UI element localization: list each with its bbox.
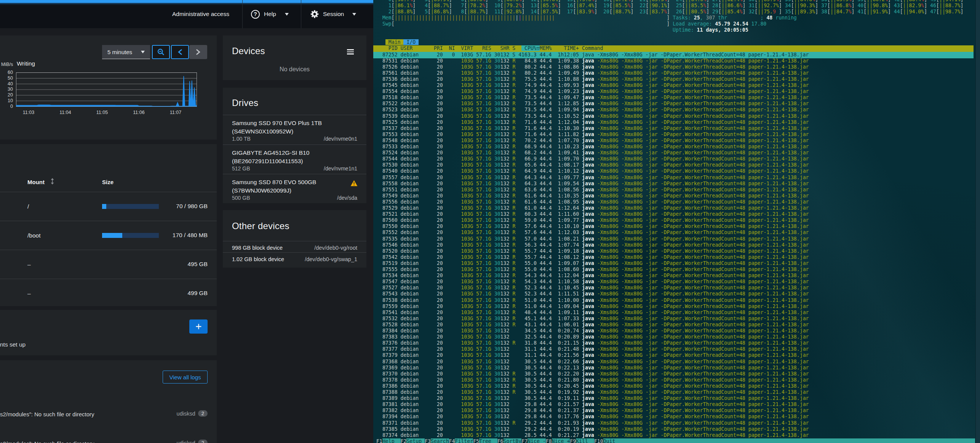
process-row[interactable]: 87535 debian 20 103G 57.1G 30132 R 57.0 … [376,236,809,242]
terminal-scrollbar[interactable] [975,0,980,443]
process-row[interactable]: 87551 debian 20 103G 57.1G 30132 R 63.6 … [376,187,809,193]
process-row[interactable]: 87559 debian 20 103G 57.1G 30132 R 51.0 … [376,303,809,310]
htop-tabs[interactable]: Main I/O [376,39,419,46]
process-row[interactable]: 87518 debian 20 103G 57.1G 30132 R 73.5 … [376,95,809,101]
process-row[interactable]: 87533 debian 20 103G 57.1G 30132 R 68.9 … [376,144,809,150]
process-row[interactable]: 87548 debian 20 103G 57.1G 30132 R 70.2 … [376,138,809,144]
process-row[interactable]: 87536 debian 20 103G 57.1G 30132 R 75.5 … [376,76,809,83]
drive-size: 1.00 TB [232,136,251,142]
process-row[interactable]: 87549 debian 20 103G 57.1G 30132 R 61.6 … [376,193,809,199]
help-menu[interactable]: ? Help [251,0,289,28]
zoom-out-button[interactable] [152,45,170,59]
process-row[interactable]: 87555 debian 20 103G 57.1G 30132 R 55.0 … [376,266,809,273]
y-tick-label: 30 [0,87,13,92]
process-row[interactable]: 87539 debian 20 103G 57.1G 30132 R 73.5 … [376,113,809,120]
process-row[interactable]: 87553 debian 20 103G 57.1G 30132 R 71.6 … [376,132,809,138]
add-nfs-button[interactable] [189,319,208,334]
process-row[interactable]: 87537 debian 20 103G 57.1G 30132 R 71.6 … [376,125,809,132]
process-row[interactable]: 87382 debian 20 103G 57.1G 30132 29.8 44… [376,408,809,414]
cpu-meters-row: 1[|86.1%] 4[|88.7%] 7[|78.2%] 10[|79.2%]… [376,3,964,9]
process-row[interactable]: 87371 debian 20 103G 57.1G 30132 R 29.2 … [376,420,809,427]
process-row[interactable]: 87522 debian 20 103G 57.1G 30132 R 73.5 … [376,101,809,107]
process-row[interactable]: 87381 debian 20 103G 57.1G 30132 29.8 44… [376,401,809,408]
process-row[interactable]: 87386 debian 20 103G 57.1G 30132 R 30.5 … [376,383,809,390]
process-row[interactable]: 87534 debian 20 103G 57.1G 30132 R 54.3 … [376,273,809,279]
view-all-logs-button[interactable]: View all logs [163,371,208,384]
process-row[interactable]: 87543 debian 20 103G 57.1G 30132 R 52.3 … [376,291,809,297]
process-row[interactable]: 87556 debian 20 103G 57.1G 30132 R 61.6 … [376,199,809,205]
process-row[interactable]: 87557 debian 20 103G 57.1G 30132 R 64.3 … [376,175,809,181]
htop-terminal: 0[|90.7%] 3[|89.9%] 6[|86.8%] 9[|86.8%] … [373,0,980,443]
devices-menu-icon[interactable] [347,49,354,56]
process-row[interactable]: 87376 debian 20 103G 57.1G 30132 R 31.8 … [376,340,809,347]
process-row[interactable]: 87525 debian 20 103G 57.1G 30132 R 71.6 … [376,119,809,126]
process-row[interactable]: 87523 debian 20 103G 57.1G 30132 R 73.5 … [376,107,809,113]
process-row[interactable]: 87519 debian 20 103G 57.1G 30132 R 55.0 … [376,260,809,267]
process-row[interactable]: 87546 debian 20 103G 57.1G 30132 R 56.3 … [376,242,809,249]
process-row[interactable]: 87383 debian 20 103G 57.1G 30132 32.5 44… [376,334,809,340]
process-row[interactable]: 87531 debian 20 103G 57.1G 30132 R 84.8 … [376,58,809,64]
process-row[interactable]: 87552 debian 20 103G 57.1G 30132 R 57.6 … [376,230,809,236]
function-key-bar[interactable]: F1Help F2Setup F3SearchF4FilterF5Tree F6… [376,438,975,443]
device-path: /dev/deb0-vg/swap_1 [305,256,357,262]
process-row[interactable]: 87384 debian 20 103G 57.1G 30132 34.5 44… [376,328,809,334]
process-row[interactable]: 87377 debian 20 103G 57.1G 30132 31.1 44… [376,346,809,353]
process-row[interactable]: 87389 debian 20 103G 57.1G 30132 30.5 44… [376,395,809,402]
process-row[interactable]: 87388 debian 20 103G 57.1G 30132 R 30.5 … [376,389,809,396]
row-separator [0,279,217,279]
y-tick-label: 0 [0,104,13,109]
selected-process-row[interactable]: 87252 debian 20 0 103G 57.1G 30132 S 416… [373,52,974,58]
time-range-value: 5 minutes [107,49,132,55]
drive-path: /dev/nvme0n1 [324,136,357,142]
session-menu[interactable]: Session [310,0,356,28]
drive-size: 500 GB [232,195,250,201]
chart-forward-button[interactable] [189,45,207,59]
process-table-header[interactable]: PID USER PRI NI VIRT RES SHR S CPU%▽MEM%… [373,45,974,52]
row-separator [0,221,217,221]
x-tick-label: 11:05 [94,110,110,115]
process-row[interactable]: 87524 debian 20 103G 57.1G 30132 R 68.2 … [376,150,809,156]
log-meta: udisksd2 [177,410,208,417]
process-row[interactable]: 87394 debian 20 103G 57.1G 30132 29.8 44… [376,414,809,420]
x-tick-label: 11:03 [20,110,37,115]
process-row[interactable]: 87529 debian 20 103G 57.1G 30132 R 61.0 … [376,205,809,212]
administrative-access-button[interactable]: Administrative access [172,0,229,28]
chart-back-button[interactable] [171,45,189,59]
time-range-select[interactable]: 5 minutes [102,45,150,59]
process-row[interactable]: 87527 debian 20 103G 57.1G 30132 R 52.3 … [376,285,809,291]
mount-point: /boot [27,232,40,239]
process-row[interactable]: 87550 debian 20 103G 57.1G 30132 R 57.6 … [376,223,809,230]
process-row[interactable]: 87554 debian 20 103G 57.1G 30132 R 74.9 … [376,88,809,95]
process-row[interactable]: 87542 debian 20 103G 57.1G 30132 R 55.7 … [376,254,809,261]
process-row[interactable]: 87560 debian 20 103G 57.1G 30132 R 59.0 … [376,217,809,224]
process-row[interactable]: 87528 debian 20 103G 57.1G 30132 R 43.1 … [376,322,809,328]
usage-text: 70 / 980 GB [136,203,208,210]
device-label: 998 GB block device [232,245,283,251]
process-row[interactable]: 87530 debian 20 103G 57.1G 30132 R 65.6 … [376,162,809,169]
sort-icon[interactable] [50,178,55,185]
process-row[interactable]: 87374 debian 20 103G 57.1G 30132 28.5 44… [376,432,809,439]
process-row[interactable]: 87520 debian 20 103G 57.1G 30132 R 55.7 … [376,248,809,255]
process-row[interactable]: 87540 debian 20 103G 57.1G 30132 R 64.9 … [376,168,809,175]
process-row[interactable]: 87545 debian 20 103G 57.1G 30132 R 74.9 … [376,82,809,89]
process-row[interactable]: 87538 debian 20 103G 57.1G 30132 R 51.0 … [376,297,809,304]
process-row[interactable]: 87532 debian 20 103G 57.1G 30132 R 45.1 … [376,316,809,322]
process-row[interactable]: 87526 debian 20 103G 57.1G 30132 R 80.2 … [376,64,809,71]
process-row[interactable]: 87379 debian 20 103G 57.1G 30132 31.1 44… [376,352,809,359]
process-row[interactable]: 87521 debian 20 103G 57.1G 30132 R 60.3 … [376,211,809,218]
x-tick-label: 11:07 [167,110,184,115]
process-row[interactable]: 87369 debian 20 103G 57.1G 30132 30.5 44… [376,365,809,371]
drive-name: Samsung SSD 870 EVO 500GB (S7BWNJ0W62009… [232,178,346,195]
process-row[interactable]: 87561 debian 20 103G 57.1G 30132 R 80.2 … [376,70,809,77]
process-row[interactable]: 87378 debian 20 103G 57.1G 30132 R 30.5 … [376,377,809,384]
process-row[interactable]: 87541 debian 20 103G 57.1G 30132 R 48.4 … [376,310,809,316]
process-row[interactable]: 87558 debian 20 103G 57.1G 30132 R 64.3 … [376,181,809,187]
process-row[interactable]: 87385 debian 20 103G 57.1G 30132 29.2 44… [376,426,809,433]
devices-card: Devices No devices [223,35,366,80]
mount-column-header[interactable]: Mount [27,179,45,185]
process-row[interactable]: 87368 debian 20 103G 57.1G 30132 30.5 44… [376,359,809,365]
process-row[interactable]: 87370 debian 20 103G 57.1G 30132 R 30.5 … [376,371,809,377]
help-label: Help [264,11,276,18]
process-row[interactable]: 87544 debian 20 103G 57.1G 30132 R 66.9 … [376,156,809,162]
process-row[interactable]: 87547 debian 20 103G 57.1G 30132 R 54.3 … [376,279,809,285]
